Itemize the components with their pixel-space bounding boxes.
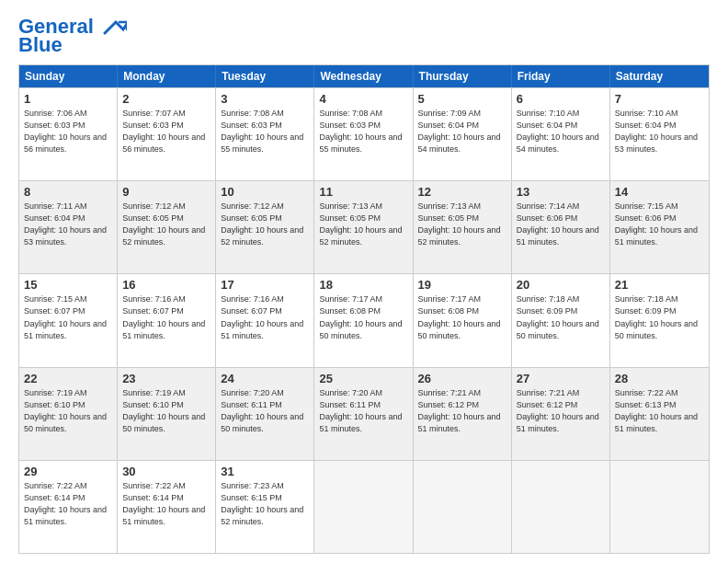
day-number: 7 — [615, 92, 704, 106]
cell-info: Sunrise: 7:22 AMSunset: 6:14 PMDaylight:… — [122, 480, 210, 528]
day-number: 16 — [122, 278, 210, 292]
cell-info: Sunrise: 7:17 AMSunset: 6:08 PMDaylight:… — [319, 293, 407, 341]
cell-info: Sunrise: 7:12 AMSunset: 6:05 PMDaylight:… — [221, 201, 309, 248]
calendar-cell: 27Sunrise: 7:21 AMSunset: 6:12 PMDayligh… — [512, 368, 610, 460]
calendar-cell: 13Sunrise: 7:14 AMSunset: 6:06 PMDayligh… — [512, 181, 610, 273]
day-number: 8 — [24, 185, 112, 199]
calendar-cell: 15Sunrise: 7:15 AMSunset: 6:07 PMDayligh… — [19, 274, 118, 366]
day-number: 26 — [418, 372, 506, 385]
day-number: 6 — [517, 92, 605, 106]
calendar-cell: 30Sunrise: 7:22 AMSunset: 6:14 PMDayligh… — [118, 461, 216, 553]
header-day-friday: Friday — [512, 65, 610, 87]
cell-info: Sunrise: 7:12 AMSunset: 6:05 PMDaylight:… — [122, 201, 210, 248]
calendar-cell: 10Sunrise: 7:12 AMSunset: 6:05 PMDayligh… — [216, 181, 314, 273]
header-day-monday: Monday — [118, 65, 216, 87]
calendar-cell: 21Sunrise: 7:18 AMSunset: 6:09 PMDayligh… — [610, 274, 709, 366]
calendar-cell — [610, 461, 709, 553]
cell-info: Sunrise: 7:19 AMSunset: 6:10 PMDaylight:… — [122, 387, 210, 435]
calendar-cell: 16Sunrise: 7:16 AMSunset: 6:07 PMDayligh… — [118, 274, 216, 366]
header-day-tuesday: Tuesday — [216, 65, 314, 87]
calendar-cell: 23Sunrise: 7:19 AMSunset: 6:10 PMDayligh… — [118, 368, 216, 460]
cell-info: Sunrise: 7:16 AMSunset: 6:07 PMDaylight:… — [221, 293, 309, 341]
calendar-cell: 6Sunrise: 7:10 AMSunset: 6:04 PMDaylight… — [512, 88, 610, 180]
cell-info: Sunrise: 7:13 AMSunset: 6:05 PMDaylight:… — [418, 201, 506, 248]
calendar-cell: 31Sunrise: 7:23 AMSunset: 6:15 PMDayligh… — [216, 461, 314, 553]
header-day-sunday: Sunday — [19, 65, 118, 87]
day-number: 18 — [319, 278, 407, 292]
day-number: 14 — [615, 185, 704, 199]
cell-info: Sunrise: 7:22 AMSunset: 6:13 PMDaylight:… — [615, 387, 704, 435]
day-number: 11 — [319, 185, 407, 199]
calendar-cell: 4Sunrise: 7:08 AMSunset: 6:03 PMDaylight… — [314, 88, 413, 180]
cell-info: Sunrise: 7:18 AMSunset: 6:09 PMDaylight:… — [517, 293, 605, 341]
calendar-cell: 12Sunrise: 7:13 AMSunset: 6:05 PMDayligh… — [414, 181, 512, 273]
calendar-cell: 26Sunrise: 7:21 AMSunset: 6:12 PMDayligh… — [414, 368, 512, 460]
cell-info: Sunrise: 7:22 AMSunset: 6:14 PMDaylight:… — [24, 480, 112, 528]
calendar-cell: 24Sunrise: 7:20 AMSunset: 6:11 PMDayligh… — [216, 368, 314, 460]
day-number: 17 — [221, 278, 309, 292]
cell-info: Sunrise: 7:11 AMSunset: 6:04 PMDaylight:… — [24, 201, 112, 248]
day-number: 20 — [517, 278, 605, 292]
cell-info: Sunrise: 7:10 AMSunset: 6:04 PMDaylight:… — [517, 108, 605, 155]
day-number: 24 — [221, 372, 309, 385]
cell-info: Sunrise: 7:18 AMSunset: 6:09 PMDaylight:… — [615, 293, 704, 341]
cell-info: Sunrise: 7:20 AMSunset: 6:11 PMDaylight:… — [221, 387, 309, 435]
cell-info: Sunrise: 7:15 AMSunset: 6:06 PMDaylight:… — [615, 201, 704, 248]
day-number: 15 — [24, 278, 112, 292]
logo: General Blue — [18, 17, 127, 55]
day-number: 21 — [615, 278, 704, 292]
day-number: 28 — [615, 372, 704, 385]
calendar-cell: 8Sunrise: 7:11 AMSunset: 6:04 PMDaylight… — [19, 181, 118, 273]
calendar-cell: 25Sunrise: 7:20 AMSunset: 6:11 PMDayligh… — [314, 368, 413, 460]
calendar-row-1: 1Sunrise: 7:06 AMSunset: 6:03 PMDaylight… — [19, 87, 709, 180]
header-day-saturday: Saturday — [610, 65, 709, 87]
calendar-cell: 11Sunrise: 7:13 AMSunset: 6:05 PMDayligh… — [314, 181, 413, 273]
calendar-row-4: 22Sunrise: 7:19 AMSunset: 6:10 PMDayligh… — [19, 367, 709, 460]
day-number: 3 — [221, 92, 309, 106]
day-number: 31 — [221, 465, 309, 478]
cell-info: Sunrise: 7:07 AMSunset: 6:03 PMDaylight:… — [122, 108, 210, 155]
calendar-cell — [414, 461, 512, 553]
calendar-cell — [512, 461, 610, 553]
calendar-cell: 18Sunrise: 7:17 AMSunset: 6:08 PMDayligh… — [314, 274, 413, 366]
logo-blue: Blue — [18, 35, 63, 55]
cell-info: Sunrise: 7:13 AMSunset: 6:05 PMDaylight:… — [319, 201, 407, 248]
header-day-wednesday: Wednesday — [314, 65, 413, 87]
calendar-cell: 5Sunrise: 7:09 AMSunset: 6:04 PMDaylight… — [414, 88, 512, 180]
cell-info: Sunrise: 7:09 AMSunset: 6:04 PMDaylight:… — [418, 108, 506, 155]
calendar-cell: 20Sunrise: 7:18 AMSunset: 6:09 PMDayligh… — [512, 274, 610, 366]
day-number: 13 — [517, 185, 605, 199]
logo-icon — [97, 17, 127, 37]
calendar-row-3: 15Sunrise: 7:15 AMSunset: 6:07 PMDayligh… — [19, 273, 709, 366]
calendar-cell: 19Sunrise: 7:17 AMSunset: 6:08 PMDayligh… — [414, 274, 512, 366]
cell-info: Sunrise: 7:21 AMSunset: 6:12 PMDaylight:… — [517, 387, 605, 435]
cell-info: Sunrise: 7:20 AMSunset: 6:11 PMDaylight:… — [319, 387, 407, 435]
header: General Blue — [18, 17, 710, 55]
cell-info: Sunrise: 7:06 AMSunset: 6:03 PMDaylight:… — [24, 108, 112, 155]
day-number: 30 — [122, 465, 210, 478]
day-number: 1 — [24, 92, 112, 106]
day-number: 29 — [24, 465, 112, 478]
cell-info: Sunrise: 7:19 AMSunset: 6:10 PMDaylight:… — [24, 387, 112, 435]
calendar-cell: 14Sunrise: 7:15 AMSunset: 6:06 PMDayligh… — [610, 181, 709, 273]
calendar-row-2: 8Sunrise: 7:11 AMSunset: 6:04 PMDaylight… — [19, 180, 709, 273]
day-number: 2 — [122, 92, 210, 106]
day-number: 5 — [418, 92, 506, 106]
day-number: 22 — [24, 372, 112, 385]
cell-info: Sunrise: 7:15 AMSunset: 6:07 PMDaylight:… — [24, 293, 112, 341]
day-number: 25 — [319, 372, 407, 385]
cell-info: Sunrise: 7:14 AMSunset: 6:06 PMDaylight:… — [517, 201, 605, 248]
cell-info: Sunrise: 7:23 AMSunset: 6:15 PMDaylight:… — [221, 480, 309, 528]
day-number: 19 — [418, 278, 506, 292]
cell-info: Sunrise: 7:21 AMSunset: 6:12 PMDaylight:… — [418, 387, 506, 435]
day-number: 4 — [319, 92, 407, 106]
cell-info: Sunrise: 7:08 AMSunset: 6:03 PMDaylight:… — [319, 108, 407, 155]
cell-info: Sunrise: 7:08 AMSunset: 6:03 PMDaylight:… — [221, 108, 309, 155]
calendar-header: SundayMondayTuesdayWednesdayThursdayFrid… — [19, 65, 709, 87]
cell-info: Sunrise: 7:17 AMSunset: 6:08 PMDaylight:… — [418, 293, 506, 341]
day-number: 12 — [418, 185, 506, 199]
calendar: SundayMondayTuesdayWednesdayThursdayFrid… — [18, 64, 710, 554]
calendar-body: 1Sunrise: 7:06 AMSunset: 6:03 PMDaylight… — [19, 87, 709, 553]
calendar-cell: 3Sunrise: 7:08 AMSunset: 6:03 PMDaylight… — [216, 88, 314, 180]
header-day-thursday: Thursday — [414, 65, 512, 87]
